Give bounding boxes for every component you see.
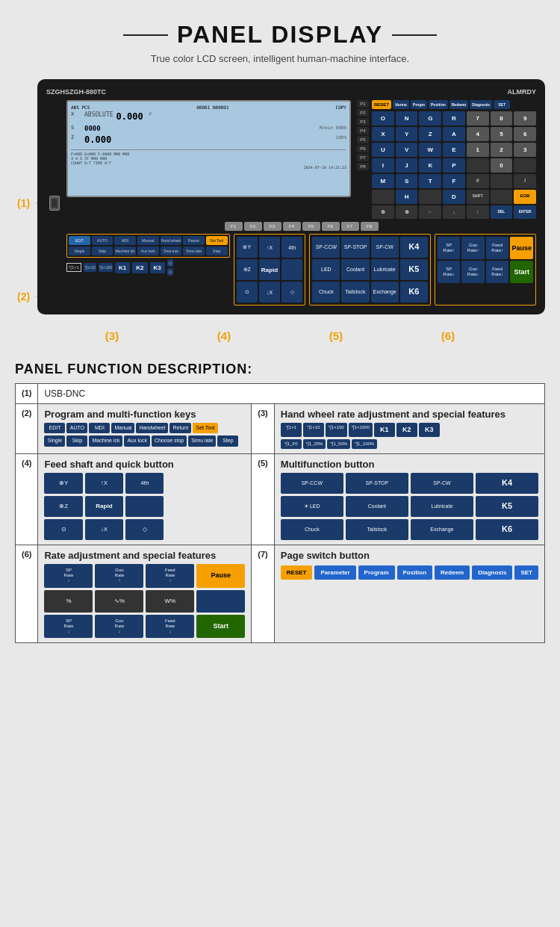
f2-key[interactable]: F2: [244, 222, 262, 231]
jog-2-key[interactable]: *∫1×100: [99, 263, 113, 272]
enter-key[interactable]: ENTER: [514, 205, 536, 219]
p3-button[interactable]: P3: [357, 118, 369, 125]
redeem-key[interactable]: Redeem: [449, 100, 468, 109]
feed-x-neg[interactable]: ↓X: [259, 282, 280, 303]
single-key[interactable]: Single: [69, 247, 90, 255]
cursor-down[interactable]: ↓: [443, 205, 465, 219]
f4-key[interactable]: F4: [283, 222, 301, 231]
key-3[interactable]: 3: [514, 143, 536, 157]
f1-key[interactable]: F1: [225, 222, 243, 231]
sp-cw-key[interactable]: SP-CW: [371, 237, 399, 258]
jog-1-key[interactable]: *∫1×10: [84, 263, 96, 272]
manual-key[interactable]: Manual: [137, 236, 159, 245]
key-N[interactable]: N: [396, 111, 418, 125]
f7-key[interactable]: F7: [341, 222, 359, 231]
feed-diamond[interactable]: ◇: [281, 282, 302, 303]
key-O[interactable]: O: [372, 111, 394, 125]
rapid-key[interactable]: Rapid: [259, 259, 280, 280]
key-2[interactable]: 2: [491, 143, 513, 157]
key-I[interactable]: I: [372, 158, 394, 173]
key-9[interactable]: 9: [514, 111, 536, 125]
handwheel-key[interactable]: Hand wheel: [161, 236, 182, 245]
cursor-left[interactable]: ←: [419, 205, 441, 219]
set-tool-key[interactable]: Set Tool: [206, 236, 228, 245]
p6-button[interactable]: P6: [357, 145, 369, 152]
f6-key[interactable]: F6: [322, 222, 340, 231]
position-key[interactable]: Position: [429, 100, 448, 109]
key-0[interactable]: 0: [491, 158, 513, 173]
shift-key[interactable]: SHIFT: [467, 190, 489, 204]
simu-late-key[interactable]: Simu late: [183, 247, 205, 255]
skip-key[interactable]: Skip: [92, 247, 113, 255]
k3-key[interactable]: K3: [150, 262, 165, 273]
k1-key[interactable]: K1: [115, 262, 130, 273]
f8-key[interactable]: F8: [361, 222, 379, 231]
key-8[interactable]: 8: [491, 111, 513, 125]
key-A[interactable]: A: [443, 127, 465, 141]
key-M[interactable]: M: [372, 174, 394, 188]
feed-rate-up[interactable]: FeedRate↑: [486, 237, 509, 259]
key-T[interactable]: T: [419, 174, 441, 188]
pause-key[interactable]: Pause: [510, 237, 533, 259]
key-4[interactable]: 4: [467, 127, 489, 141]
edit-key[interactable]: EDIT: [69, 236, 90, 245]
key-F[interactable]: F: [443, 174, 465, 188]
param-key[interactable]: Hunna: [393, 100, 409, 109]
feed-4th[interactable]: 4th: [281, 237, 302, 258]
p7-button[interactable]: P7: [357, 154, 369, 161]
choose-stop-key[interactable]: Dwe exe: [161, 247, 182, 255]
reset-key[interactable]: RESET: [372, 100, 391, 109]
key-V[interactable]: V: [396, 143, 418, 157]
p5-button[interactable]: P5: [357, 136, 369, 143]
set-key[interactable]: SET: [494, 100, 510, 109]
k4-key[interactable]: K4: [400, 237, 428, 258]
key-Z[interactable]: Z: [419, 127, 441, 141]
diagnosis-key[interactable]: Diagnosis: [470, 100, 492, 109]
key-X[interactable]: X: [372, 127, 394, 141]
coolant-key[interactable]: Coolant: [341, 259, 369, 280]
key-U[interactable]: U: [372, 143, 394, 157]
chuck-key[interactable]: Chuck: [312, 282, 340, 303]
eob-key[interactable]: EOB: [514, 190, 536, 204]
k2-key[interactable]: K2: [132, 262, 147, 273]
feed-z-neg[interactable]: ⊕Z: [237, 259, 258, 280]
key-J[interactable]: J: [396, 158, 418, 173]
machine-lock-key[interactable]: Machine lck: [114, 247, 136, 255]
feed-4th-neg[interactable]: ⊙: [237, 282, 258, 303]
key-R[interactable]: R: [443, 111, 465, 125]
key-H[interactable]: H: [396, 190, 418, 204]
key-6[interactable]: 6: [514, 127, 536, 141]
key-5[interactable]: 5: [491, 127, 513, 141]
tailstock-key[interactable]: Tailstock: [341, 282, 369, 303]
sp-rate-up[interactable]: SPRate↑: [438, 237, 461, 259]
led-key[interactable]: LED: [312, 259, 340, 280]
goo-rate-down[interactable]: GooRate↓: [461, 261, 485, 283]
cursor-ur[interactable]: ⊕: [396, 205, 418, 219]
key-S[interactable]: S: [396, 174, 418, 188]
key-1[interactable]: 1: [467, 143, 489, 157]
feed-x-pos[interactable]: ↑X: [259, 237, 280, 258]
sp-stop-key[interactable]: SP-STOP: [341, 237, 369, 258]
auto-key[interactable]: AUTO: [92, 236, 113, 245]
key-W[interactable]: W: [419, 143, 441, 157]
key-K[interactable]: K: [419, 158, 441, 173]
start-key[interactable]: Start: [510, 261, 533, 283]
key-hash[interactable]: #: [467, 174, 489, 188]
p4-button[interactable]: P4: [357, 127, 369, 134]
key-7[interactable]: 7: [467, 111, 489, 125]
return-key[interactable]: Return: [183, 236, 205, 245]
cursor-up[interactable]: ↑: [467, 205, 489, 219]
mdi-key[interactable]: MDI: [114, 236, 136, 245]
exchange-key[interactable]: Exchange: [371, 282, 399, 303]
key-E[interactable]: E: [443, 143, 465, 157]
p8-button[interactable]: P8: [357, 163, 369, 170]
key-slash[interactable]: /: [514, 174, 536, 188]
p1-button[interactable]: P1: [357, 100, 369, 108]
feed-y-neg[interactable]: ⊕Y: [237, 237, 258, 258]
key-P[interactable]: P: [443, 158, 465, 173]
f3-key[interactable]: F3: [264, 222, 281, 231]
aux-lock-key[interactable]: Aux lock: [137, 247, 159, 255]
sp-rate-down[interactable]: SPRate↓: [438, 261, 461, 283]
program-key[interactable]: Progm: [411, 100, 427, 109]
p2-button[interactable]: P2: [357, 109, 369, 117]
